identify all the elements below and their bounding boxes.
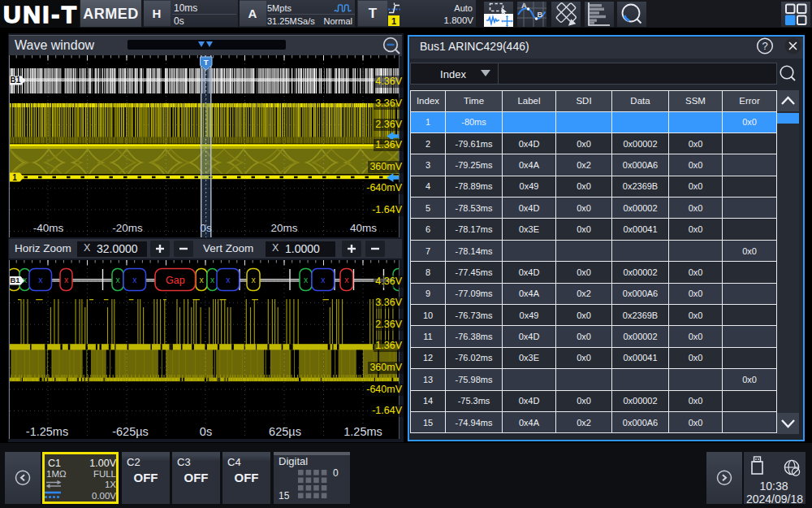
svg-text:x: x <box>115 275 120 284</box>
svg-text:B: B <box>538 9 543 18</box>
svg-text:B1: B1 <box>11 76 21 85</box>
svg-text:?: ? <box>762 40 767 52</box>
svg-text:A: A <box>521 2 527 10</box>
svg-text:Gap: Gap <box>166 275 185 286</box>
svg-text:T: T <box>204 58 209 67</box>
svg-text:x: x <box>321 275 326 284</box>
svg-text:1: 1 <box>12 173 17 182</box>
svg-text:B1: B1 <box>10 276 20 284</box>
svg-text:x: x <box>226 275 231 284</box>
svg-text:x: x <box>132 275 137 284</box>
svg-text:x: x <box>64 275 69 284</box>
svg-text:x: x <box>199 275 204 284</box>
svg-text:x: x <box>210 275 215 284</box>
svg-text:x: x <box>304 275 309 284</box>
svg-text:x: x <box>251 275 256 284</box>
svg-text:x: x <box>344 275 349 284</box>
svg-text:x: x <box>38 275 43 284</box>
